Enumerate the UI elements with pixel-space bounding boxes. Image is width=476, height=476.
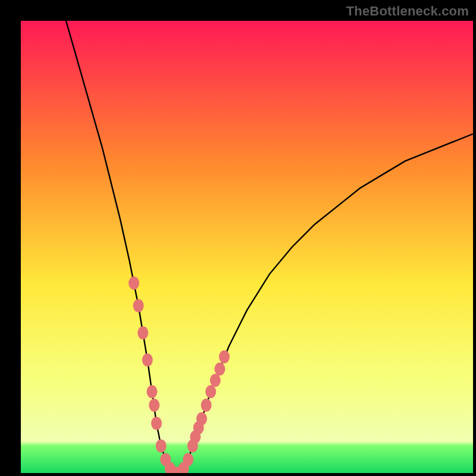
plot-svg	[21, 21, 473, 473]
chart-stage: TheBottleneck.com	[0, 0, 476, 476]
marker-point	[142, 353, 153, 367]
marker-point	[219, 350, 230, 364]
gradient-background	[21, 21, 473, 473]
plot-area	[21, 21, 473, 473]
marker-point	[133, 299, 144, 312]
marker-point	[210, 374, 221, 387]
marker-point	[146, 385, 157, 398]
marker-point	[149, 399, 159, 412]
marker-point	[201, 399, 212, 412]
marker-point	[151, 416, 162, 430]
watermark-text: TheBottleneck.com	[346, 4, 469, 19]
marker-point	[129, 277, 139, 290]
marker-point	[183, 453, 193, 466]
marker-point	[156, 439, 167, 452]
marker-point	[196, 412, 207, 425]
marker-point	[214, 362, 225, 375]
marker-point	[137, 326, 148, 339]
marker-point	[205, 385, 216, 398]
